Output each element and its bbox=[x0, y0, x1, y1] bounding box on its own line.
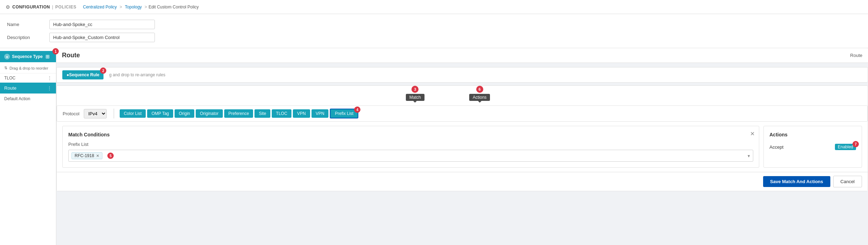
badge-2: 2 bbox=[100, 67, 106, 74]
accept-action-row: Accept Enabled 7 bbox=[769, 142, 856, 152]
tloc-label: TLOC bbox=[4, 76, 15, 80]
actions-tooltip: Actions bbox=[469, 94, 490, 101]
badge-3: 3 bbox=[411, 86, 419, 93]
enabled-badge: Enabled 7 bbox=[835, 144, 856, 150]
header: ⚙ CONFIGURATION | POLICIES Centralized P… bbox=[0, 0, 868, 14]
match-conditions-panel: ✕ Match Conditions Prefix List RFC-1918 … bbox=[62, 126, 759, 168]
separator: | bbox=[52, 5, 53, 9]
prefix-list-field-label: Prefix List bbox=[68, 142, 753, 147]
badge-6: 6 bbox=[476, 86, 483, 93]
seq-rule-text: g and drop to re-arrange rules bbox=[109, 72, 165, 77]
seq-type-label: Sequence Type bbox=[12, 54, 43, 59]
breadcrumb-centralized-policy[interactable]: Centralized Policy bbox=[83, 5, 117, 9]
cancel-button[interactable]: Cancel bbox=[833, 176, 862, 187]
badge-4: 4 bbox=[354, 107, 360, 113]
protocol-label: Protocol bbox=[63, 111, 80, 116]
seq-rule-circle: ● bbox=[67, 72, 69, 77]
current-page: Edit Custom Control Policy bbox=[149, 5, 199, 9]
gear-icon: ⚙ bbox=[6, 4, 10, 10]
form-area: Name Description bbox=[0, 14, 868, 48]
desc-input[interactable] bbox=[49, 33, 155, 42]
breadcrumb-arrow-1 bbox=[78, 5, 80, 9]
route-label-right: Route bbox=[850, 53, 862, 58]
name-row: Name bbox=[7, 20, 861, 29]
protocol-select[interactable]: IPv4 bbox=[84, 109, 107, 118]
badge-7: 7 bbox=[853, 141, 859, 147]
circle-icon: ● bbox=[4, 54, 10, 59]
config-label: CONFIGURATION bbox=[12, 5, 50, 9]
name-input[interactable] bbox=[49, 20, 155, 29]
name-label: Name bbox=[7, 22, 49, 27]
sequence-rule-bar: ● Sequence Rule 2 g and drop to re-arran… bbox=[56, 67, 868, 83]
enabled-label: Enabled bbox=[838, 144, 853, 149]
route-label: Route bbox=[4, 85, 17, 91]
accept-label: Accept bbox=[769, 144, 784, 150]
desc-row: Description bbox=[7, 33, 861, 42]
sidebar-route[interactable]: Route ⋮ bbox=[0, 83, 56, 94]
badge-1: 1 bbox=[52, 48, 59, 54]
sidebar-default-action[interactable]: Default Action bbox=[0, 94, 56, 104]
vpn-btn-2[interactable]: VPN bbox=[312, 109, 329, 118]
grid-icon: ⊞ bbox=[45, 54, 50, 59]
sequence-type-button[interactable]: ● Sequence Type ⊞ 1 bbox=[0, 51, 56, 62]
tloc-menu-icon[interactable]: ⋮ bbox=[48, 76, 52, 80]
rfc-1918-tag: RFC-1918 ✕ bbox=[71, 152, 102, 159]
desc-label: Description bbox=[7, 35, 49, 40]
close-button[interactable]: ✕ bbox=[750, 130, 755, 137]
drag-drop-hint: ⇅ Drag & drop to reorder bbox=[0, 63, 56, 73]
prefix-list-btn[interactable]: Prefix List 4 bbox=[330, 109, 358, 118]
tag-input-area[interactable]: RFC-1918 ✕ 5 ▾ bbox=[68, 150, 753, 162]
arrows-icon: ⇅ bbox=[4, 66, 7, 70]
sequence-rule-button[interactable]: ● Sequence Rule 2 bbox=[62, 70, 103, 79]
match-tooltip: Match bbox=[406, 94, 424, 101]
default-action-label: Default Action bbox=[4, 96, 30, 101]
drag-label: Drag & drop to reorder bbox=[10, 66, 48, 70]
tag-close-icon[interactable]: ✕ bbox=[96, 154, 99, 158]
save-match-actions-button[interactable]: Save Match And Actions bbox=[763, 176, 830, 187]
tag-value: RFC-1918 bbox=[75, 153, 94, 158]
actions-panel: Actions Accept Enabled 7 bbox=[763, 126, 862, 168]
conditions-actions: ✕ Match Conditions Prefix List RFC-1918 … bbox=[57, 122, 868, 172]
divider bbox=[114, 109, 114, 118]
origin-btn[interactable]: Origin bbox=[175, 109, 194, 118]
sidebar: ● Sequence Type ⊞ 1 ⇅ Drag & drop to reo… bbox=[0, 48, 56, 245]
originator-btn[interactable]: Originator bbox=[196, 109, 223, 118]
omp-tag-btn[interactable]: OMP Tag bbox=[147, 109, 173, 118]
dropdown-arrow-icon[interactable]: ▾ bbox=[748, 153, 750, 159]
prefix-list-label: Prefix List bbox=[335, 111, 353, 116]
route-menu-icon[interactable]: ⋮ bbox=[47, 85, 52, 91]
sidebar-tloc[interactable]: TLOC ⋮ bbox=[0, 73, 56, 83]
arrow-1: > bbox=[120, 5, 122, 9]
actions-panel-title: Actions bbox=[769, 132, 856, 137]
match-conditions-title: Match Conditions bbox=[68, 132, 753, 137]
tooltip-row: 3 Match 6 Actions bbox=[57, 86, 868, 89]
arrow-2: > bbox=[145, 5, 147, 9]
actions-tooltip-area: 6 Actions bbox=[469, 86, 490, 101]
content-area: ● Sequence Type ⊞ 1 ⇅ Drag & drop to reo… bbox=[0, 48, 868, 245]
route-header: Route Route bbox=[56, 48, 868, 63]
policy-card: 3 Match 6 Actions Protocol IPv4 bbox=[56, 85, 868, 191]
site-btn[interactable]: Site bbox=[254, 109, 270, 118]
breadcrumb-topology[interactable]: Topology bbox=[125, 5, 142, 9]
seq-rule-label: Sequence Rule bbox=[69, 72, 99, 77]
vpn-btn-1[interactable]: VPN bbox=[293, 109, 310, 118]
preference-btn[interactable]: Preference bbox=[224, 109, 253, 118]
color-list-btn[interactable]: Color List bbox=[120, 109, 146, 118]
match-tooltip-area: 3 Match bbox=[406, 86, 424, 101]
policies-label: POLICIES bbox=[55, 5, 76, 9]
route-title: Route bbox=[62, 52, 80, 59]
tloc-btn[interactable]: TLOC bbox=[272, 109, 291, 118]
badge-5: 5 bbox=[107, 153, 114, 159]
policy-btn-row: Protocol IPv4 Color List OMP Tag Origin … bbox=[57, 105, 868, 122]
bottom-bar: Save Match And Actions Cancel bbox=[57, 172, 868, 191]
right-panel: Route Route ● Sequence Rule 2 g and drop… bbox=[56, 48, 868, 245]
